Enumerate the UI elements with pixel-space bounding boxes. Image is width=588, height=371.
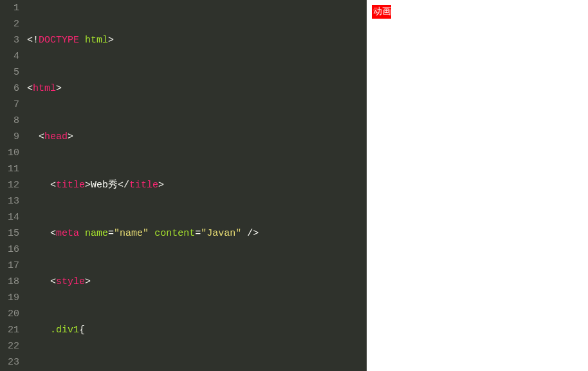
line-number: 17 [0,258,19,274]
line-number: 18 [0,274,19,290]
line-number: 13 [0,193,19,209]
line-number: 2 [0,16,19,32]
line-number: 5 [0,64,19,81]
line-number: 9 [0,129,19,145]
line-number: 4 [0,48,19,64]
line-number: 23 [0,354,19,370]
code-line: <!DOCTYPE html> [23,32,367,48]
line-number: 10 [0,145,19,161]
code-line: <title>Web秀</title> [23,177,367,193]
line-number: 15 [0,225,19,242]
code-line: <html> [23,81,367,97]
line-number: 7 [0,97,19,113]
line-number: 20 [0,306,19,322]
code-line: <style> [23,274,367,290]
code-line: <head> [23,129,367,145]
line-number: 16 [0,242,19,258]
line-number: 21 [0,322,19,338]
line-number: 8 [0,113,19,129]
line-number: 14 [0,209,19,225]
code-line: .div1{ [23,322,367,338]
line-number: 1 [0,0,19,16]
code-line: <meta name="name" content="Javan" /> [23,225,367,242]
animated-div: 动画 [372,5,391,19]
line-number: 22 [0,338,19,354]
code-editor[interactable]: 1234567891011121314151617181920212223 <!… [0,0,367,371]
line-number: 19 [0,290,19,306]
preview-pane: 动画 [367,0,588,371]
line-number: 12 [0,177,19,193]
line-number: 11 [0,161,19,177]
line-number: 3 [0,32,19,48]
code-area[interactable]: <!DOCTYPE html> <html> <head> <title>Web… [23,0,367,371]
gutter: 1234567891011121314151617181920212223 [0,0,23,371]
line-number: 6 [0,81,19,97]
